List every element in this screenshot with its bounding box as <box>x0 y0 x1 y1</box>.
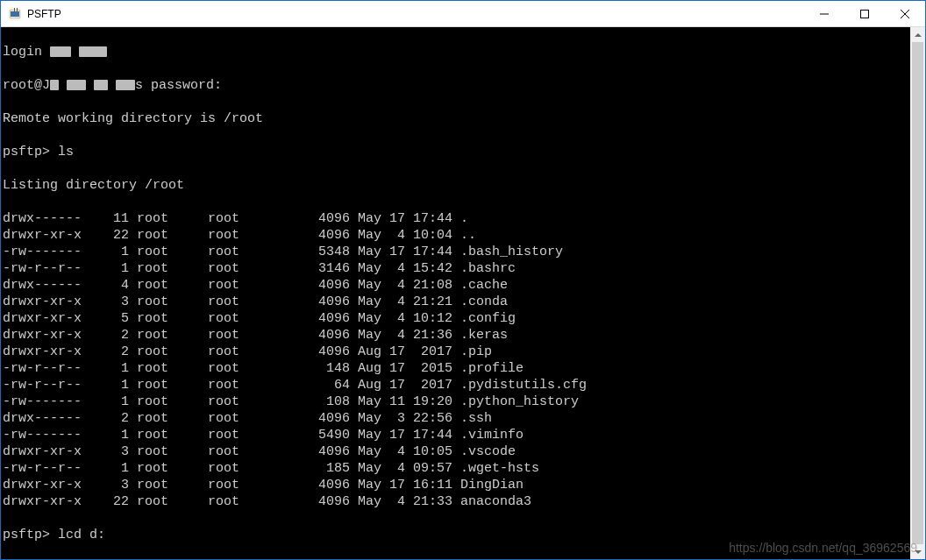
terminal-line: Remote working directory is /root <box>3 110 908 127</box>
scroll-track[interactable] <box>910 42 925 544</box>
command: ls <box>58 145 74 159</box>
prompt: psftp> <box>3 145 50 159</box>
svg-rect-5 <box>861 10 869 18</box>
title-bar[interactable]: PSFTP <box>1 1 925 27</box>
svg-marker-9 <box>915 550 922 554</box>
window-controls <box>804 1 925 26</box>
svg-rect-1 <box>11 11 19 17</box>
directory-listing: drwx------ 11 root root 4096 May 17 17:4… <box>3 211 587 509</box>
prompt: psftp> <box>3 528 50 542</box>
vertical-scrollbar[interactable] <box>910 27 925 559</box>
app-window: PSFTP login root@J s password: Remote wo… <box>0 0 926 560</box>
terminal-line: psftp> lcd d: <box>3 527 908 543</box>
window-title: PSFTP <box>27 8 804 20</box>
scroll-down-arrow[interactable] <box>910 544 925 559</box>
redacted-text <box>79 46 107 57</box>
app-icon <box>8 7 22 21</box>
password-prefix: root@J <box>3 78 50 93</box>
redacted-text <box>67 80 86 90</box>
terminal-line: root@J s password: <box>3 77 908 94</box>
svg-marker-8 <box>915 33 922 37</box>
scroll-up-arrow[interactable] <box>910 27 925 42</box>
svg-rect-3 <box>17 8 18 11</box>
redacted-text <box>50 80 59 90</box>
terminal-area: login root@J s password: Remote working … <box>1 27 925 559</box>
password-suffix: s password: <box>135 78 222 93</box>
scroll-thumb[interactable] <box>912 42 923 544</box>
terminal-output[interactable]: login root@J s password: Remote working … <box>1 27 910 559</box>
maximize-button[interactable] <box>844 1 885 26</box>
redacted-text <box>94 80 108 90</box>
terminal-line: Listing directory /root <box>3 177 908 194</box>
terminal-line: login <box>3 44 908 60</box>
svg-rect-2 <box>14 8 15 11</box>
command: lcd d: <box>58 528 105 542</box>
login-label: login <box>3 45 50 60</box>
redacted-text <box>116 80 135 90</box>
redacted-text <box>50 46 71 57</box>
terminal-line: psftp> ls <box>3 144 908 160</box>
minimize-button[interactable] <box>804 1 844 26</box>
close-button[interactable] <box>885 1 925 26</box>
